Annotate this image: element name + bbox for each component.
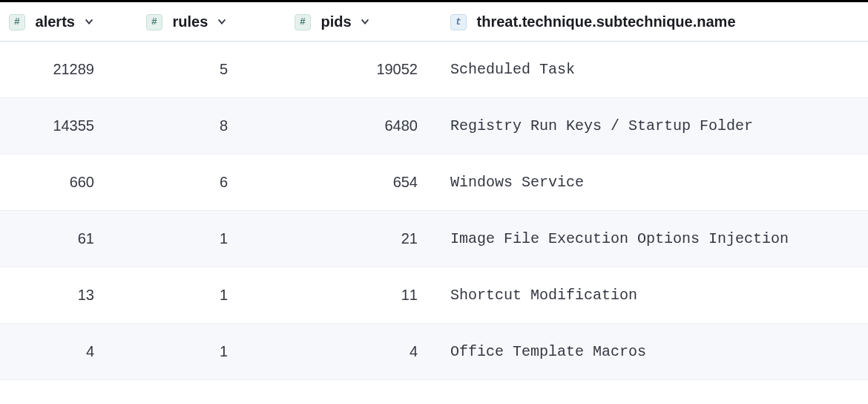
table-row[interactable]: 21289519052Scheduled Task	[0, 42, 868, 98]
subtechnique-name-cell: Image File Execution Options Injection	[441, 211, 868, 267]
rules-cell: 1	[137, 324, 286, 380]
column-label: threat.technique.subtechnique.name	[477, 13, 736, 30]
column-label: pids	[321, 13, 352, 30]
alerts-cell: 4	[0, 324, 137, 380]
column-header-rules[interactable]: # rules	[137, 2, 286, 42]
pids-cell: 11	[286, 267, 441, 324]
chevron-down-icon	[217, 13, 227, 30]
table-header-row: # alerts # rules # pids	[0, 2, 868, 42]
chevron-down-icon	[360, 13, 370, 30]
alerts-cell: 61	[0, 211, 137, 267]
table-row[interactable]: 61121Image File Execution Options Inject…	[0, 211, 868, 267]
number-type-icon: #	[146, 14, 162, 30]
rules-cell: 1	[137, 267, 286, 324]
column-label: rules	[173, 13, 208, 30]
alerts-cell: 660	[0, 154, 137, 211]
rules-cell: 1	[137, 211, 286, 267]
rules-cell: 6	[137, 154, 286, 211]
subtechnique-name-cell: Registry Run Keys / Startup Folder	[441, 98, 868, 154]
pids-cell: 654	[286, 154, 441, 211]
text-type-icon: t	[450, 14, 467, 30]
table-row[interactable]: 6606654Windows Service	[0, 154, 868, 211]
pids-cell: 21	[286, 211, 441, 267]
column-label: alerts	[36, 13, 75, 30]
results-table: # alerts # rules # pids	[0, 2, 868, 380]
table-body: 21289519052Scheduled Task1435586480Regis…	[0, 42, 868, 380]
subtechnique-name-cell: Windows Service	[441, 154, 868, 211]
table-row[interactable]: 1435586480Registry Run Keys / Startup Fo…	[0, 98, 868, 154]
subtechnique-name-cell: Office Template Macros	[441, 324, 868, 380]
alerts-cell: 14355	[0, 98, 137, 154]
subtechnique-name-cell: Shortcut Modification	[441, 267, 868, 324]
rules-cell: 5	[137, 42, 286, 98]
alerts-cell: 21289	[0, 42, 137, 98]
number-type-icon: #	[295, 14, 311, 30]
subtechnique-name-cell: Scheduled Task	[441, 42, 868, 98]
column-header-alerts[interactable]: # alerts	[0, 2, 137, 42]
chevron-down-icon	[84, 13, 94, 30]
pids-cell: 4	[286, 324, 441, 380]
column-header-subtechnique-name[interactable]: t threat.technique.subtechnique.name	[441, 2, 868, 42]
number-type-icon: #	[9, 14, 25, 30]
pids-cell: 6480	[286, 98, 441, 154]
pids-cell: 19052	[286, 42, 441, 98]
table-row[interactable]: 414Office Template Macros	[0, 324, 868, 380]
column-header-pids[interactable]: # pids	[286, 2, 441, 42]
alerts-cell: 13	[0, 267, 137, 324]
table-row[interactable]: 13111Shortcut Modification	[0, 267, 868, 324]
rules-cell: 8	[137, 98, 286, 154]
